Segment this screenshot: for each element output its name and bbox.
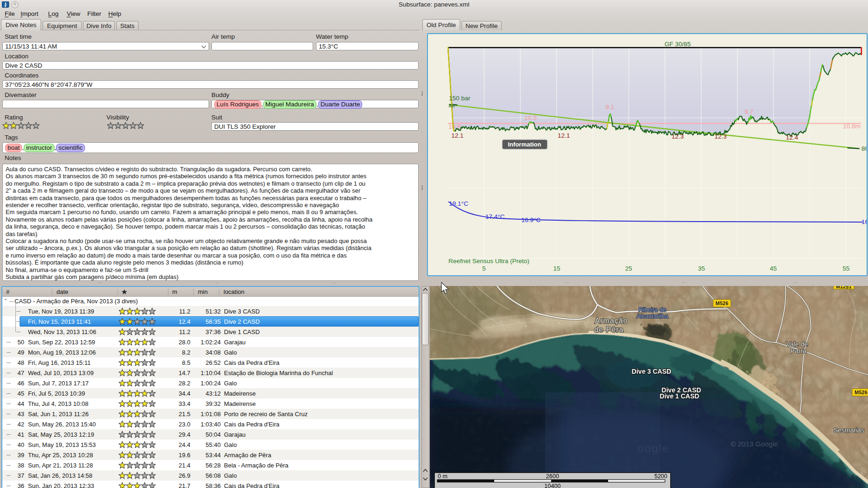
svg-text:M526: M526: [715, 300, 728, 306]
svg-text:Reefnet Sensus Ultra (Preto): Reefnet Sensus Ultra (Preto): [448, 258, 529, 265]
svg-text:12.3: 12.3: [714, 133, 727, 140]
svg-text:GF 30/85: GF 30/85: [665, 41, 691, 48]
svg-text:Alcantarilha: Alcantarilha: [637, 313, 669, 320]
svg-text:55: 55: [842, 265, 849, 272]
svg-text:12.1: 12.1: [451, 132, 463, 139]
svg-text:Parra: Parra: [791, 347, 806, 355]
svg-text:M12§1: M12§1: [836, 286, 852, 289]
svg-text:de Pêra: de Pêra: [594, 326, 623, 334]
svg-text:150 bar: 150 bar: [449, 95, 470, 102]
svg-text:Sesmarias: Sesmarias: [833, 426, 864, 434]
svg-text:2600: 2600: [546, 473, 559, 480]
svg-text:5: 5: [482, 265, 486, 272]
svg-text:Ribeira de: Ribeira de: [638, 306, 666, 313]
svg-text:Armação: Armação: [595, 317, 628, 325]
svg-text:12.1: 12.1: [558, 132, 570, 139]
svg-text:25: 25: [625, 265, 632, 272]
svg-text:air: air: [448, 102, 456, 109]
svg-text:35: 35: [698, 265, 705, 272]
svg-text:10400: 10400: [545, 483, 561, 488]
svg-text:17.4°C: 17.4°C: [485, 213, 505, 220]
svg-text:M526: M526: [854, 390, 868, 395]
svg-text:12.4: 12.4: [786, 134, 798, 141]
svg-text:Information: Information: [508, 141, 541, 148]
svg-text:oogle: oogle: [637, 442, 670, 454]
svg-text:45: 45: [770, 265, 777, 272]
svg-text:16: 16: [861, 218, 867, 225]
svg-text:19.1°C: 19.1°C: [449, 200, 469, 207]
svg-text:9.1: 9.1: [606, 104, 615, 111]
svg-text:Dive 3 CASD: Dive 3 CASD: [632, 368, 672, 375]
svg-text:15: 15: [553, 265, 560, 272]
svg-text:10.8: 10.8: [448, 123, 461, 130]
svg-text:9.7: 9.7: [745, 108, 754, 115]
svg-text:10.5: 10.5: [525, 114, 537, 121]
svg-text:10.8m: 10.8m: [843, 123, 861, 130]
svg-text:80: 80: [861, 145, 867, 152]
svg-text:5200: 5200: [654, 473, 667, 480]
svg-text:12.3: 12.3: [672, 133, 684, 140]
svg-text:16.9°C: 16.9°C: [521, 216, 541, 223]
svg-text:© 2013 Google: © 2013 Google: [731, 440, 778, 448]
svg-text:Dive 1 CASD: Dive 1 CASD: [660, 392, 700, 400]
svg-text:0 m: 0 m: [438, 473, 448, 480]
